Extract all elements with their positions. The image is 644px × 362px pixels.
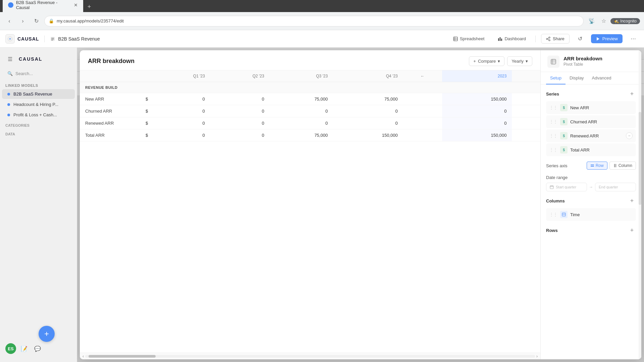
axis-options: Row Column <box>587 162 636 170</box>
series-axis-label: Series axis <box>546 163 568 168</box>
settings-tab-display[interactable]: Display <box>566 72 588 84</box>
sidebar-bottom-icons: ES 📝 💬 <box>3 342 74 355</box>
active-tab[interactable]: B2B SaaS Revenue - Causal ✕ <box>3 0 83 12</box>
series-remove-renewed-arr[interactable]: − <box>626 132 633 139</box>
scroll-left-arrow[interactable]: ‹ <box>83 354 84 359</box>
series-add-button[interactable]: + <box>628 90 636 98</box>
series-drag-new-arr[interactable]: ⋮⋮ <box>549 105 557 110</box>
svg-rect-11 <box>501 39 502 41</box>
churned-arr-q4: 0 <box>333 105 403 117</box>
sidebar-menu-button[interactable]: ☰ <box>5 54 15 64</box>
col-header-currency <box>140 70 151 82</box>
model-icon <box>50 36 55 42</box>
column-drag-time[interactable]: ⋮⋮ <box>549 212 557 217</box>
back-button[interactable]: ‹ <box>4 16 15 26</box>
fab-add-button[interactable]: + <box>39 326 55 342</box>
model-name: B2B SaaS Revenue <box>58 36 100 42</box>
reload-button[interactable]: ↻ <box>31 16 42 26</box>
settings-panel: ARR breakdown Pivot Table Setup Display … <box>541 50 641 359</box>
series-item-churned-arr: ⋮⋮ $ Churned ARR <box>546 115 636 128</box>
sidebar-header: ☰ CAUSAL <box>0 52 77 66</box>
renewed-arr-q4: 0 <box>333 117 403 129</box>
app-header: CAUSAL B2B SaaS Revenue Spreadsheet Dash… <box>0 30 644 48</box>
renewed-arr-q1: 0 <box>151 117 210 129</box>
more-options-button[interactable]: ⋯ <box>628 34 639 44</box>
sidebar-item-b2b[interactable]: B2B SaaS Revenue <box>2 89 75 99</box>
axis-column-button[interactable]: Column <box>609 162 636 170</box>
settings-scrollbar-v[interactable] <box>639 50 641 359</box>
compare-button[interactable]: + Compare ▾ <box>469 56 504 66</box>
series-drag-churned-arr[interactable]: ⋮⋮ <box>549 119 557 124</box>
settings-tab-setup[interactable]: Setup <box>546 72 566 84</box>
svg-rect-18 <box>551 59 556 64</box>
renewed-arr-2023: 0 <box>442 117 512 129</box>
new-tab-button[interactable]: + <box>85 2 94 11</box>
rows-add-button[interactable]: + <box>628 226 636 234</box>
address-bar[interactable]: 🔒 my.causal.app/models/235774/edit <box>44 16 584 26</box>
share-button[interactable]: Share <box>541 34 570 44</box>
series-axis-row: Series axis Row Column <box>546 162 636 170</box>
dashboard-nav-button[interactable]: Dashboard <box>494 34 530 43</box>
total-arr-row: Total ARR $ 0 0 75,000 150,000 150,000 <box>80 129 540 141</box>
columns-add-button[interactable]: + <box>628 197 636 205</box>
series-item-total-arr: ⋮⋮ $ Total ARR <box>546 143 636 156</box>
new-arr-2023: 150,000 <box>442 93 512 105</box>
bookmark-icon[interactable]: ☆ <box>598 16 609 26</box>
axis-row-button[interactable]: Row <box>587 162 607 170</box>
scrollbar-container: ‹ › <box>80 353 540 359</box>
series-drag-renewed-arr[interactable]: ⋮⋮ <box>549 133 557 138</box>
sidebar: ☰ CAUSAL 🔍 Search... Linked models B2B S… <box>0 48 77 362</box>
sidebar-search[interactable]: 🔍 Search... <box>3 69 74 78</box>
toolbar-icons: 📡 ☆ 🕵 Incognito <box>586 16 640 26</box>
scroll-right-arrow[interactable]: › <box>536 354 538 359</box>
comment-icon-btn[interactable]: 💬 <box>32 343 43 354</box>
date-range-row: Date range Start quarter → End quarter <box>546 175 636 191</box>
user-avatar[interactable]: ES <box>5 343 16 354</box>
settings-title-area: ARR breakdown Pivot Table <box>564 56 602 67</box>
new-arr-label: New ARR <box>80 93 140 105</box>
renewed-arr-currency: $ <box>140 117 151 129</box>
note-icon-btn[interactable]: 📝 <box>19 343 30 354</box>
end-quarter-input[interactable]: End quarter <box>595 183 636 191</box>
rows-label: Rows <box>546 228 558 233</box>
preview-button[interactable]: Preview <box>591 34 623 43</box>
churned-arr-q3: 0 <box>270 105 333 117</box>
table-panel: ARR breakdown + Compare ▾ Yearly ▾ <box>80 50 541 359</box>
lock-icon: 🔒 <box>49 18 54 23</box>
sidebar-item-headcount[interactable]: Headcount & Hiring P... <box>2 100 75 109</box>
churned-arr-2023: 0 <box>442 105 512 117</box>
start-quarter-input[interactable]: Start quarter <box>546 183 587 191</box>
cast-icon[interactable]: 📡 <box>586 16 597 26</box>
sidebar-item-profit[interactable]: Profit & Loss + Cash... <box>2 110 75 120</box>
svg-rect-5 <box>453 37 458 41</box>
svg-line-15 <box>548 38 549 39</box>
compare-plus-icon: + <box>473 59 476 64</box>
spreadsheet-nav-button[interactable]: Spreadsheet <box>449 34 489 43</box>
settings-scrollbar-thumb[interactable] <box>639 112 641 205</box>
columns-section-header: Columns + <box>546 197 636 205</box>
scroll-thumb[interactable] <box>89 355 156 358</box>
settings-content: Series + ⋮⋮ $ New ARR ⋮⋮ $ Churned ARR <box>541 84 641 359</box>
series-axis-section: Series axis Row Column <box>546 162 636 170</box>
scroll-track[interactable] <box>85 355 535 358</box>
tab-close-icon[interactable]: ✕ <box>74 2 78 8</box>
forward-button[interactable]: › <box>17 16 28 26</box>
arr-modal: ARR breakdown + Compare ▾ Yearly ▾ <box>80 50 641 359</box>
churned-arr-nav <box>403 105 442 117</box>
col-header-2023: 2023 <box>442 70 512 82</box>
svg-point-12 <box>549 37 550 38</box>
app-logo-area: CAUSAL <box>5 34 39 44</box>
yearly-button[interactable]: Yearly ▾ <box>507 56 532 66</box>
svg-rect-24 <box>614 164 615 167</box>
settings-tab-advanced[interactable]: Advanced <box>588 72 615 84</box>
svg-rect-2 <box>51 38 54 39</box>
series-drag-total-arr[interactable]: ⋮⋮ <box>549 147 557 152</box>
columns-section-title: Columns <box>546 198 565 203</box>
settings-panel-icon <box>547 56 559 68</box>
history-button[interactable]: ↺ <box>575 34 586 44</box>
column-icon <box>613 164 617 168</box>
series-icon-total-arr: $ <box>560 146 568 154</box>
series-name-new-arr: New ARR <box>570 105 633 110</box>
left-arrow-icon[interactable]: ← <box>421 74 425 78</box>
new-arr-q3: 75,000 <box>270 93 333 105</box>
